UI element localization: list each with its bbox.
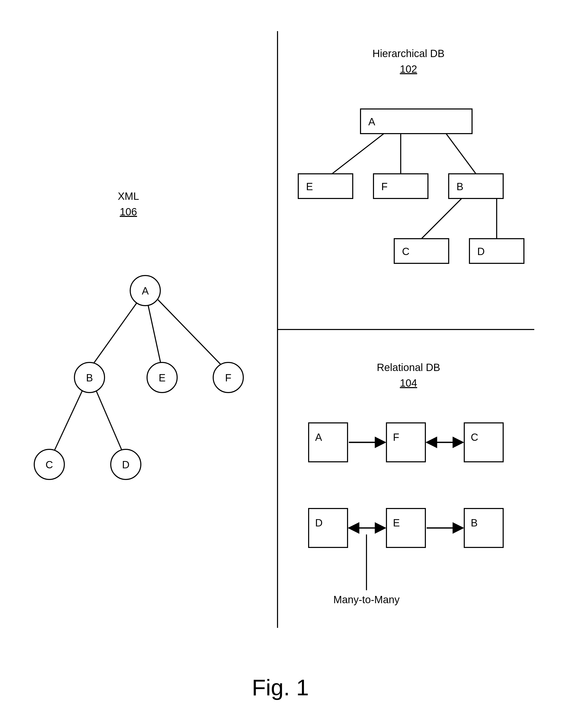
svg-line-22 xyxy=(421,198,462,239)
svg-line-2 xyxy=(93,300,139,364)
rel-node-a: A xyxy=(315,431,322,443)
svg-line-4 xyxy=(156,297,223,367)
hier-node-a: A xyxy=(368,116,375,127)
xml-title: XML xyxy=(118,190,139,202)
svg-rect-26 xyxy=(464,423,503,462)
xml-node-e: E xyxy=(159,372,166,383)
hierarchical-panel: Hierarchical DB 102 A E F xyxy=(298,48,524,263)
svg-line-3 xyxy=(147,301,161,364)
svg-rect-28 xyxy=(386,509,425,547)
relational-panel: Relational DB 104 xyxy=(308,362,503,605)
svg-line-21 xyxy=(446,134,476,174)
rel-title: Relational DB xyxy=(377,362,440,373)
xml-node-c: C xyxy=(46,459,53,470)
svg-rect-25 xyxy=(386,423,425,462)
xml-node-d: D xyxy=(122,459,130,470)
svg-rect-24 xyxy=(308,423,347,462)
hier-node-c: C xyxy=(402,246,409,257)
svg-rect-29 xyxy=(464,509,503,547)
xml-node-a: A xyxy=(142,285,149,297)
svg-rect-27 xyxy=(308,509,347,547)
svg-line-19 xyxy=(332,134,384,174)
svg-line-6 xyxy=(96,390,122,450)
rel-node-d: D xyxy=(315,517,323,528)
xml-ref: 106 xyxy=(120,206,137,217)
hier-node-d: D xyxy=(477,246,485,257)
hier-node-f: F xyxy=(381,181,387,192)
hier-node-e: E xyxy=(306,181,313,192)
svg-line-5 xyxy=(54,389,83,450)
rel-node-b: B xyxy=(471,517,478,528)
svg-rect-13 xyxy=(360,109,472,134)
hier-node-b: B xyxy=(456,181,463,192)
hier-title: Hierarchical DB xyxy=(372,48,444,59)
xml-node-b: B xyxy=(86,372,93,383)
xml-panel: XML 106 A B E F C D xyxy=(34,190,243,479)
rel-ref: 104 xyxy=(400,377,417,389)
rel-node-e: E xyxy=(393,517,400,528)
figure-label: Fig. 1 xyxy=(252,675,309,700)
rel-note: Many-to-Many xyxy=(333,594,400,605)
hier-ref: 102 xyxy=(400,63,417,75)
rel-node-c: C xyxy=(471,431,478,443)
rel-node-f: F xyxy=(393,431,399,443)
xml-node-f: F xyxy=(225,372,231,383)
figure-1: XML 106 A B E F C D xyxy=(0,0,561,728)
